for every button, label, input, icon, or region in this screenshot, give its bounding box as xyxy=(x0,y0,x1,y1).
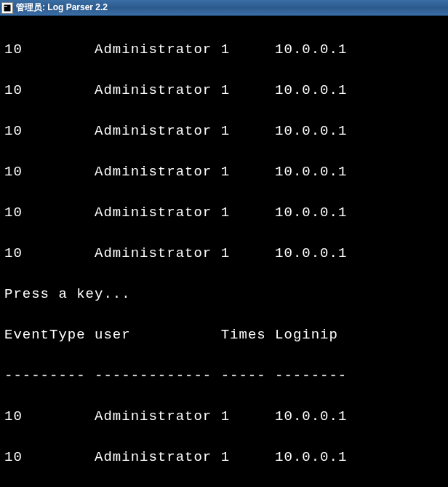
table-row: 10 Administrator 1 10.0.0.1 xyxy=(4,243,444,264)
table-row: 10 Administrator 1 10.0.0.1 xyxy=(4,202,444,223)
table-row: 10 Administrator 1 10.0.0.1 xyxy=(4,80,444,100)
table-row: 10 Administrator 1 10.0.0.1 xyxy=(4,447,444,467)
table-row: 10 Administrator 1 10.0.0.1 xyxy=(4,162,444,182)
divider-line: --------- ------------- ----- -------- xyxy=(4,365,444,386)
table-row: 10 Administrator 1 10.0.0.1 xyxy=(4,121,444,141)
header-row: EventType user Times Loginip xyxy=(4,325,444,345)
table-row: 10 Administrator 1 10.0.0.1 xyxy=(4,406,444,427)
window-titlebar[interactable]: 管理员: Log Parser 2.2 xyxy=(0,0,448,16)
terminal-output: 10 Administrator 1 10.0.0.1 10 Administr… xyxy=(0,16,448,487)
svg-rect-0 xyxy=(4,4,11,12)
window-title: 管理员: Log Parser 2.2 xyxy=(16,1,108,14)
table-row: 10 Administrator 1 10.0.0.1 xyxy=(4,39,444,60)
prompt-line: Press a key... xyxy=(4,284,444,304)
app-icon xyxy=(1,2,13,14)
svg-rect-1 xyxy=(4,6,7,7)
